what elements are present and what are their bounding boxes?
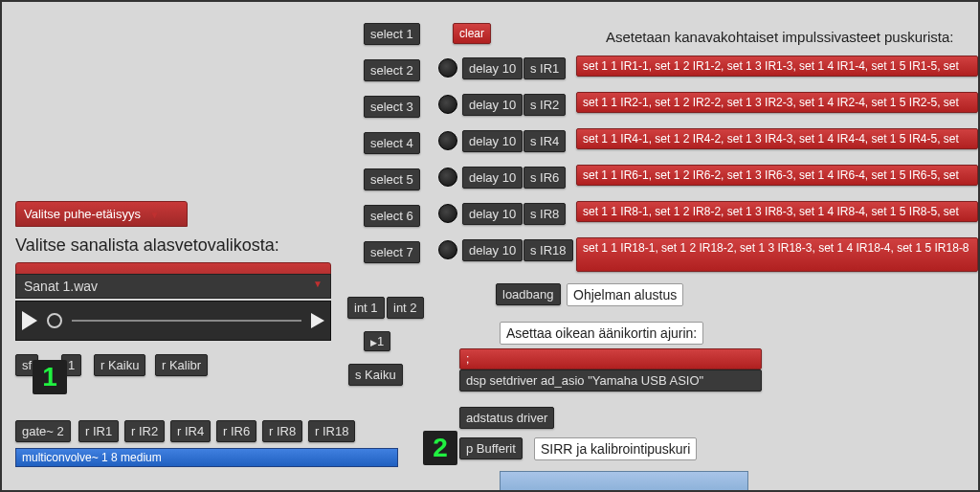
play-icon[interactable] — [22, 311, 37, 330]
s-ir4[interactable]: s IR4 — [523, 130, 566, 152]
distance-dropdown[interactable]: Valitse puhe-etäisyys ▼ — [15, 201, 188, 227]
select-1[interactable]: select 1 — [364, 23, 420, 45]
gate-box[interactable]: gate~ 2 — [15, 420, 71, 442]
r-ir2-box[interactable]: r IR2 — [124, 420, 165, 442]
knob-4[interactable] — [438, 168, 457, 187]
playhead-indicator[interactable] — [47, 313, 62, 328]
sanat-dropdown-label: Sanat 1.wav — [24, 279, 98, 294]
dsp-box: dsp setdriver ad_asio "Yamaha USB ASIO" — [459, 369, 762, 391]
knob-1[interactable] — [438, 58, 457, 78]
r-ir4-box[interactable]: r IR4 — [170, 420, 211, 442]
r-kaiku-box[interactable]: r Kaiku — [94, 354, 145, 376]
wordlist-label: Valitse sanalista alasvetovalikosta: — [15, 235, 279, 256]
audio-player[interactable] — [15, 301, 331, 341]
delay-4[interactable]: delay 10 — [462, 167, 523, 189]
int-1-box[interactable]: int 1 — [347, 297, 385, 319]
progress-line[interactable] — [72, 320, 301, 322]
select-6[interactable]: select 6 — [364, 205, 420, 227]
select-4[interactable]: select 4 — [364, 132, 420, 154]
arrow-right-icon[interactable] — [311, 313, 324, 328]
s-ir8[interactable]: s IR8 — [523, 203, 566, 225]
chevron-down-icon: ▼ — [313, 279, 323, 289]
one-box[interactable]: ▶1 — [364, 331, 390, 351]
delay-3[interactable]: delay 10 — [462, 130, 523, 152]
ir-set-header: Asetetaan kanavakohtaiset impulssivastee… — [606, 29, 954, 45]
ir-row-1: set 1 1 IR1-1, set 1 2 IR1-2, set 1 3 IR… — [576, 56, 978, 77]
select-3[interactable]: select 3 — [364, 96, 420, 118]
sirr-label: SIRR ja kalibrointipuskuri — [534, 437, 697, 460]
delay-5[interactable]: delay 10 — [462, 203, 523, 225]
select-7[interactable]: select 7 — [364, 241, 420, 263]
marker-2: 2 — [423, 431, 457, 465]
r-ir6-box[interactable]: r IR6 — [216, 420, 256, 442]
s-kaiku-box[interactable]: s Kaiku — [348, 364, 403, 386]
ir-row-4: set 1 1 IR6-1, set 1 2 IR6-2, set 1 3 IR… — [576, 165, 978, 186]
ir-row-2: set 1 1 IR2-1, set 1 2 IR2-2, set 1 3 IR… — [576, 92, 978, 113]
s-ir2[interactable]: s IR2 — [523, 94, 566, 116]
select-5[interactable]: select 5 — [364, 168, 420, 190]
knob-6[interactable] — [438, 240, 457, 259]
r-kalibr-box[interactable]: r Kalibr — [155, 354, 208, 376]
delay-1[interactable]: delay 10 — [462, 57, 523, 79]
ohjelman-label: Ohjelman alustus — [567, 283, 683, 306]
loadbang-box[interactable]: loadbang — [496, 283, 561, 305]
sanat-dropdown[interactable]: Sanat 1.wav ▼ — [15, 274, 331, 299]
adstatus-box[interactable]: adstatus driver — [459, 407, 554, 429]
p-bufferit-box[interactable]: p Bufferit — [459, 437, 523, 459]
asettaa-label: Asettaa oikean äänikortin ajurin: — [500, 322, 703, 345]
red-semicolon: ; — [459, 348, 762, 369]
lower-panel — [500, 471, 748, 492]
select-2[interactable]: select 2 — [364, 59, 420, 81]
knob-2[interactable] — [438, 95, 457, 114]
knob-3[interactable] — [438, 131, 457, 150]
s-ir1[interactable]: s IR1 — [523, 57, 566, 79]
marker-1: 1 — [33, 360, 67, 394]
int-2-box[interactable]: int 2 — [387, 297, 424, 319]
play-small-icon: ▶ — [370, 338, 377, 347]
delay-6[interactable]: delay 10 — [462, 239, 523, 261]
clear-button[interactable]: clear — [453, 23, 491, 44]
multiconvolve-box[interactable]: multiconvolve~ 1 8 medium — [15, 448, 398, 467]
knob-5[interactable] — [438, 204, 457, 223]
s-ir6[interactable]: s IR6 — [523, 167, 566, 189]
ir-row-6: set 1 1 IR18-1, set 1 2 IR18-2, set 1 3 … — [576, 237, 978, 272]
distance-dropdown-label: Valitse puhe-etäisyys — [24, 207, 141, 221]
r-ir8-box[interactable]: r IR8 — [262, 420, 302, 442]
s-ir18[interactable]: s IR18 — [523, 239, 573, 261]
r-ir18-box[interactable]: r IR18 — [308, 420, 355, 442]
r-ir1-box[interactable]: r IR1 — [78, 420, 119, 442]
ir-row-3: set 1 1 IR4-1, set 1 2 IR4-2, set 1 3 IR… — [576, 128, 978, 149]
one-label: 1 — [377, 334, 384, 348]
delay-2[interactable]: delay 10 — [462, 94, 523, 116]
ir-row-5: set 1 1 IR8-1, set 1 2 IR8-2, set 1 3 IR… — [576, 201, 978, 222]
chevron-down-icon: ▼ — [150, 210, 160, 220]
